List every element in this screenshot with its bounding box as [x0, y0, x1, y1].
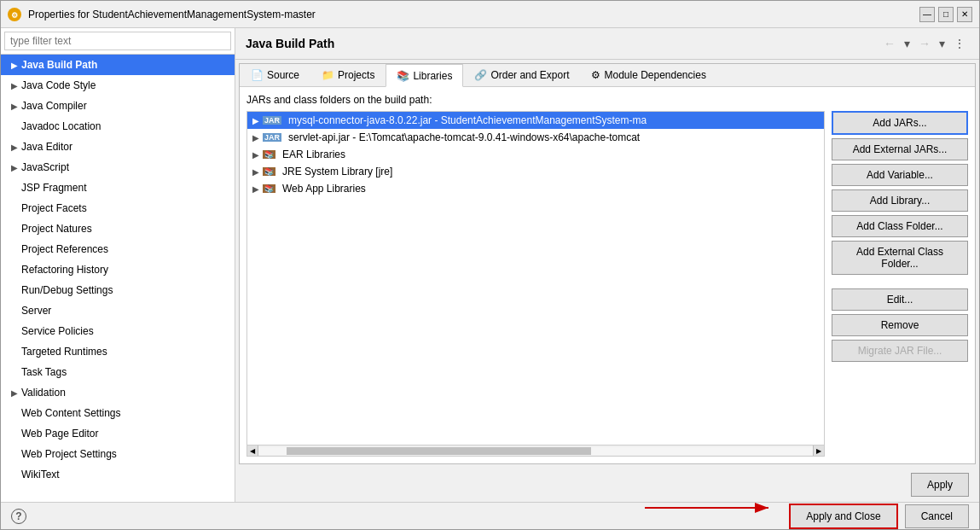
tab-content-area: 📄 Source 📁 Projects 📚 Libraries 🔗 Order … [239, 63, 976, 464]
window-title: Properties for StudentAchievementManagem… [28, 9, 919, 20]
sidebar-item-targeted-runtimes[interactable]: ▶ Targeted Runtimes [1, 341, 235, 362]
sidebar-item-java-compiler[interactable]: ▶ Java Compiler [1, 96, 235, 116]
scroll-thumb[interactable] [287, 447, 592, 455]
tab-module-dependencies[interactable]: ⚙ Module Dependencies [580, 64, 716, 86]
migrate-jar-button[interactable]: Migrate JAR File... [832, 340, 968, 362]
expand-arrow-icon: ▶ [11, 79, 18, 92]
add-library-button[interactable]: Add Library... [832, 189, 968, 212]
sidebar-item-javadoc-location[interactable]: ▶ Javadoc Location [1, 116, 235, 137]
tree-item-ear-libraries[interactable]: ▶ 📚 EAR Libraries [247, 146, 824, 163]
sidebar-item-run-debug-settings[interactable]: ▶ Run/Debug Settings [1, 280, 235, 300]
tree-arrow-icon: ▶ [252, 184, 259, 194]
expand-arrow-icon: ▶ [11, 100, 18, 113]
more-options-button[interactable]: ⋮ [950, 35, 969, 52]
sidebar-item-project-natures[interactable]: ▶ Project Natures [1, 218, 235, 239]
sidebar-item-java-build-path[interactable]: ▶ Java Build Path [1, 55, 235, 75]
expand-arrow-icon: ▶ [11, 387, 18, 399]
sidebar-item-refactoring-history[interactable]: ▶ Refactoring History [1, 259, 235, 280]
jre-icon: 📚 [263, 167, 275, 176]
footer-buttons: Apply and Close Cancel [789, 504, 969, 529]
apply-and-close-button[interactable]: Apply and Close [789, 504, 897, 529]
sidebar-item-label: Project Facets [21, 201, 87, 216]
nav-buttons: ← ▾ → ▾ ⋮ [880, 35, 969, 52]
tree-item-mysql[interactable]: ▶ JAR mysql-connector-java-8.0.22.jar - … [247, 112, 824, 129]
sidebar-item-validation[interactable]: ▶ Validation [1, 382, 235, 403]
sidebar-item-label: Validation [21, 385, 66, 400]
tree-item-label: mysql-connector-java-8.0.22.jar - Studen… [288, 114, 647, 126]
horizontal-scrollbar[interactable]: ◀ ▶ [247, 445, 824, 456]
minimize-button[interactable]: — [919, 7, 935, 22]
tree-arrow-icon: ▶ [252, 150, 259, 160]
source-tab-icon: 📄 [251, 69, 264, 81]
sidebar-item-javascript[interactable]: ▶ JavaScript [1, 157, 235, 178]
libraries-tab-icon: 📚 [397, 70, 409, 82]
tab-source[interactable]: 📄 Source [240, 64, 310, 86]
content-body: JARs and class folders on the build path… [240, 87, 975, 463]
sidebar-item-project-facets[interactable]: ▶ Project Facets [1, 198, 235, 218]
tree-item-servlet[interactable]: ▶ JAR servlet-api.jar - E:\Tomcat\apache… [247, 129, 824, 146]
sidebar-item-web-page-editor[interactable]: ▶ Web Page Editor [1, 423, 235, 444]
tree-item-jre[interactable]: ▶ 📚 JRE System Library [jre] [247, 163, 824, 180]
add-jars-button[interactable]: Add JARs... [832, 111, 968, 135]
content-main: ▶ JAR mysql-connector-java-8.0.22.jar - … [246, 111, 968, 457]
forward-button[interactable]: → [915, 35, 934, 52]
sidebar-item-wikitext[interactable]: ▶ WikiText [1, 464, 235, 485]
lib-icon: 📚 [263, 150, 275, 159]
apply-area: Apply [235, 468, 979, 502]
add-external-jars-button[interactable]: Add External JARs... [832, 138, 968, 160]
sidebar-item-task-tags[interactable]: ▶ Task Tags [1, 362, 235, 382]
tab-projects-label: Projects [338, 69, 374, 81]
tree-item-web-app-libraries[interactable]: ▶ 📚 Web App Libraries [247, 180, 824, 197]
cancel-button[interactable]: Cancel [905, 504, 969, 528]
sidebar-item-project-references[interactable]: ▶ Project References [1, 239, 235, 259]
scroll-track [258, 447, 813, 455]
sidebar-item-label: Targeted Runtimes [21, 344, 107, 359]
sidebar-item-label: WikiText [21, 467, 60, 482]
tab-order-export[interactable]: 🔗 Order and Export [463, 64, 580, 86]
apply-button[interactable]: Apply [911, 473, 969, 497]
back-button[interactable]: ← [880, 35, 899, 52]
tree-item-label: Web App Libraries [282, 183, 366, 195]
main-content: ▶ Java Build Path ▶ Java Code Style ▶ Ja… [1, 28, 979, 502]
tab-libraries-label: Libraries [413, 70, 452, 82]
forward-dropdown-button[interactable]: ▾ [936, 35, 948, 52]
maximize-button[interactable]: □ [938, 7, 954, 22]
tab-projects[interactable]: 📁 Projects [310, 64, 386, 86]
sidebar-item-web-content-settings[interactable]: ▶ Web Content Settings [1, 403, 235, 423]
sidebar: ▶ Java Build Path ▶ Java Code Style ▶ Ja… [1, 28, 235, 502]
sidebar-item-server[interactable]: ▶ Server [1, 300, 235, 321]
sidebar-item-label: JSP Fragment [21, 180, 86, 195]
back-dropdown-button[interactable]: ▾ [901, 35, 913, 52]
sidebar-filter-area [1, 28, 235, 55]
sidebar-item-java-code-style[interactable]: ▶ Java Code Style [1, 75, 235, 96]
expand-arrow-icon: ▶ [11, 141, 18, 154]
tree-item-label: JRE System Library [jre] [282, 166, 392, 178]
footer: ? Apply and Close Cancel [1, 502, 979, 529]
remove-button[interactable]: Remove [832, 314, 968, 336]
scroll-right-button[interactable]: ▶ [813, 446, 824, 457]
sidebar-item-label: Java Build Path [21, 57, 97, 73]
add-class-folder-button[interactable]: Add Class Folder... [832, 215, 968, 237]
sidebar-item-java-editor[interactable]: ▶ Java Editor [1, 137, 235, 157]
add-variable-button[interactable]: Add Variable... [832, 164, 968, 186]
window-controls: — □ ✕ [919, 7, 972, 22]
add-external-class-folder-button[interactable]: Add External Class Folder... [832, 241, 968, 275]
edit-button[interactable]: Edit... [832, 288, 968, 311]
sidebar-scroll-area: ▶ Java Build Path ▶ Java Code Style ▶ Ja… [1, 55, 235, 502]
close-button[interactable]: ✕ [957, 7, 972, 22]
tab-order-export-label: Order and Export [490, 69, 569, 81]
sidebar-item-label: Project Natures [21, 221, 92, 236]
sidebar-item-label: Web Page Editor [21, 426, 99, 441]
jar-icon: JAR [263, 116, 281, 125]
tab-libraries[interactable]: 📚 Libraries [386, 64, 463, 87]
sidebar-item-service-policies[interactable]: ▶ Service Policies [1, 321, 235, 341]
help-button[interactable]: ? [11, 509, 26, 524]
sidebar-item-web-project-settings[interactable]: ▶ Web Project Settings [1, 444, 235, 464]
tab-module-deps-label: Module Dependencies [604, 69, 705, 81]
sidebar-item-jsp-fragment[interactable]: ▶ JSP Fragment [1, 178, 235, 198]
module-deps-tab-icon: ⚙ [591, 69, 600, 81]
filter-input[interactable] [4, 32, 231, 50]
action-buttons-panel: Add JARs... Add External JARs... Add Var… [832, 111, 968, 457]
jar-icon: JAR [263, 133, 281, 142]
scroll-left-button[interactable]: ◀ [247, 446, 258, 457]
